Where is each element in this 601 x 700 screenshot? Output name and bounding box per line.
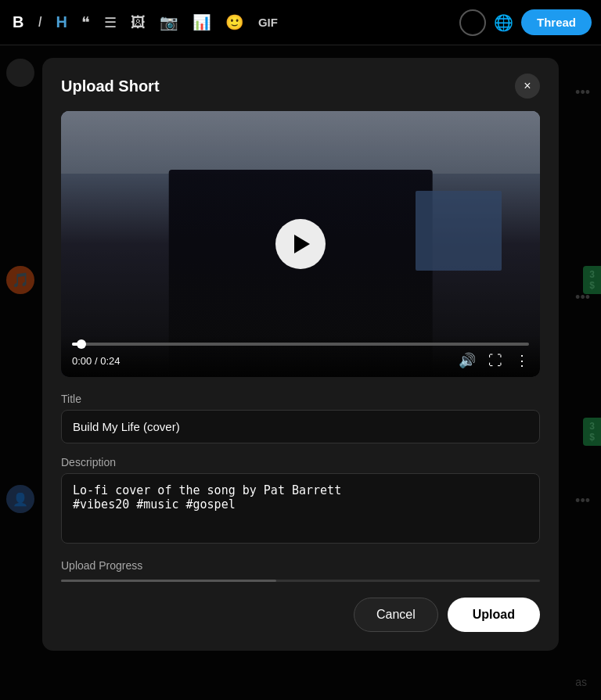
bg-avatar-2: 🎵 bbox=[6, 266, 34, 294]
modal-footer: Cancel Upload bbox=[61, 598, 540, 632]
thread-button[interactable]: Thread bbox=[521, 9, 592, 35]
fullscreen-icon[interactable]: ⛶ bbox=[488, 353, 502, 369]
video-time: 0:00 / 0:24 bbox=[72, 355, 120, 367]
modal-overlay: Upload Short × bbox=[0, 45, 601, 700]
video-camera-icon[interactable]: 📷 bbox=[157, 10, 182, 34]
upload-button[interactable]: Upload bbox=[448, 598, 540, 632]
video-progress-bar[interactable] bbox=[72, 343, 529, 346]
toolbar-icons: B I H ❝ ☰ 🖼 📷 📊 🙂 GIF bbox=[9, 10, 455, 35]
video-controls-icons: 🔊 ⛶ ⋮ bbox=[459, 352, 529, 369]
upload-progress-bar bbox=[61, 580, 540, 582]
upload-modal: Upload Short × bbox=[42, 58, 559, 651]
list-icon[interactable]: ☰ bbox=[101, 11, 120, 34]
upload-progress-fill bbox=[61, 580, 276, 582]
bold-icon[interactable]: B bbox=[9, 10, 27, 34]
video-time-current: 0:00 bbox=[72, 355, 92, 367]
gif-icon[interactable]: GIF bbox=[255, 13, 281, 32]
chart-icon[interactable]: 📊 bbox=[189, 10, 214, 34]
quote-icon[interactable]: ❝ bbox=[78, 10, 93, 35]
image-icon[interactable]: 🖼 bbox=[128, 11, 149, 34]
title-label: Title bbox=[61, 393, 540, 405]
emoji-icon[interactable]: 🙂 bbox=[222, 10, 247, 34]
bg-three-dots-1: ••• bbox=[575, 84, 590, 101]
heading-icon[interactable]: H bbox=[52, 10, 70, 34]
bg-three-dots-2: ••• bbox=[575, 289, 590, 306]
modal-header: Upload Short × bbox=[61, 74, 540, 99]
title-input[interactable] bbox=[61, 410, 540, 443]
close-button[interactable]: × bbox=[515, 74, 540, 99]
description-label: Description bbox=[61, 456, 540, 468]
video-player: 0:00 / 0:24 🔊 ⛶ ⋮ bbox=[61, 111, 540, 377]
circle-button[interactable] bbox=[459, 9, 486, 36]
bg-text-as: as bbox=[575, 676, 587, 688]
italic-icon[interactable]: I bbox=[34, 11, 45, 34]
globe-icon[interactable]: 🌐 bbox=[494, 13, 513, 32]
bg-avatar-3: 👤 bbox=[6, 485, 34, 513]
video-progress-thumb bbox=[77, 339, 86, 349]
toolbar: B I H ❝ ☰ 🖼 📷 📊 🙂 GIF 🌐 Thread bbox=[0, 0, 601, 45]
modal-title: Upload Short bbox=[61, 77, 160, 95]
video-time-total: 0:24 bbox=[100, 355, 120, 367]
cancel-button[interactable]: Cancel bbox=[354, 598, 438, 632]
more-options-icon[interactable]: ⋮ bbox=[515, 352, 529, 369]
green-badge-mid: 3 $ bbox=[583, 418, 601, 446]
bg-avatar-1 bbox=[6, 59, 34, 87]
play-button[interactable] bbox=[275, 219, 326, 269]
volume-icon[interactable]: 🔊 bbox=[459, 352, 476, 369]
video-controls-row: 0:00 / 0:24 🔊 ⛶ ⋮ bbox=[72, 352, 529, 369]
description-textarea[interactable]: Lo-fi cover of the song by Pat Barrett <… bbox=[61, 473, 540, 544]
play-icon bbox=[294, 235, 310, 253]
upload-progress-label: Upload Progress bbox=[61, 559, 540, 572]
video-controls: 0:00 / 0:24 🔊 ⛶ ⋮ bbox=[61, 335, 540, 377]
bg-three-dots-3: ••• bbox=[575, 493, 590, 509]
toolbar-right: 🌐 Thread bbox=[459, 9, 592, 36]
